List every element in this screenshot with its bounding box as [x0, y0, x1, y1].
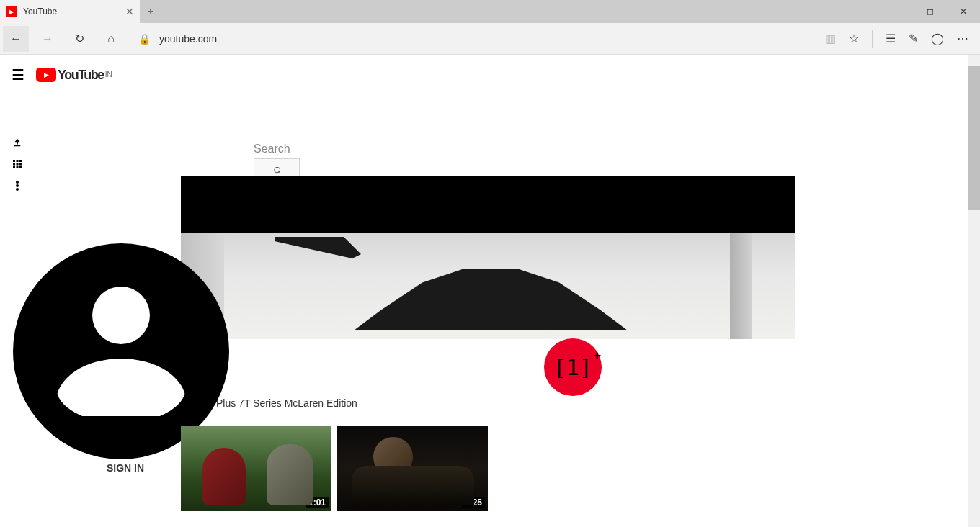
youtube-logo-text: YouTube [58, 68, 104, 83]
svg-rect-7 [17, 166, 19, 168]
close-window-button[interactable]: ✕ [947, 0, 980, 23]
svg-rect-1 [17, 160, 19, 162]
back-button[interactable]: ← [3, 26, 29, 52]
svg-point-10 [16, 184, 19, 187]
promo-title: Plus 7T Series McLaren Edition [216, 397, 357, 409]
upload-icon[interactable] [13, 138, 22, 147]
svg-rect-4 [17, 163, 19, 166]
scrollbar[interactable] [968, 55, 980, 527]
oneplus-icon: [1]+ [553, 355, 592, 380]
banner-image [181, 233, 795, 339]
share-icon[interactable]: ◯ [931, 32, 944, 45]
youtube-play-icon [36, 68, 56, 82]
banner-ad[interactable] [181, 176, 795, 339]
svg-rect-8 [19, 166, 22, 168]
tab-bar: YouTube ✕ + — ◻ ✕ [0, 0, 980, 23]
url-text: youtube.com [159, 33, 217, 45]
duration-badge: 5:25 [462, 497, 485, 508]
sign-in-button[interactable]: SIGN IN [107, 462, 144, 474]
svg-point-9 [16, 181, 19, 184]
svg-rect-6 [13, 166, 15, 168]
banner-top-bar [181, 176, 795, 233]
apps-icon[interactable] [13, 160, 22, 168]
video-thumbnail[interactable]: 5:25 [337, 426, 488, 511]
minimize-button[interactable]: — [881, 0, 914, 23]
scroll-thumb[interactable] [968, 66, 980, 210]
svg-rect-5 [19, 163, 22, 166]
svg-rect-2 [19, 160, 22, 162]
svg-point-11 [16, 188, 19, 191]
tab-favicon [6, 6, 17, 17]
address-bar[interactable]: 🔒 youtube.com [130, 33, 819, 45]
svg-rect-3 [13, 163, 15, 166]
search-label: Search [254, 143, 300, 156]
maximize-button[interactable]: ◻ [914, 0, 947, 23]
nav-bar: ← → ↻ ⌂ 🔒 youtube.com ▥ ☆ ☰ ✎ ◯ ⋯ [0, 23, 980, 55]
settings-icon[interactable] [13, 181, 22, 190]
video-thumbnail[interactable]: 1:01 [181, 426, 331, 511]
duration-badge: 1:01 [306, 497, 329, 508]
more-icon[interactable]: ⋯ [957, 32, 968, 45]
country-code: IN [105, 71, 112, 78]
lock-icon: 🔒 [138, 33, 151, 45]
home-button[interactable]: ⌂ [98, 26, 124, 52]
brand-logo[interactable]: [1]+ [544, 338, 602, 396]
separator [872, 30, 873, 48]
svg-rect-0 [13, 160, 15, 162]
reading-view-icon[interactable]: ▥ [825, 32, 836, 45]
youtube-logo[interactable]: YouTube IN [36, 68, 112, 83]
menu-icon[interactable]: ☰ [12, 66, 24, 84]
hub-icon[interactable]: ☰ [886, 32, 896, 45]
tab-close-icon[interactable]: ✕ [125, 6, 134, 17]
new-tab-button[interactable]: + [140, 5, 161, 18]
page-content: ☰ YouTube IN Search [0, 55, 980, 527]
forward-button[interactable]: → [35, 26, 61, 52]
favorite-icon[interactable]: ☆ [849, 32, 859, 45]
browser-tab[interactable]: YouTube ✕ [0, 0, 140, 23]
refresh-button[interactable]: ↻ [66, 26, 92, 52]
youtube-header: ☰ YouTube IN [0, 55, 980, 95]
notes-icon[interactable]: ✎ [909, 32, 918, 45]
tab-title: YouTube [23, 6, 120, 17]
